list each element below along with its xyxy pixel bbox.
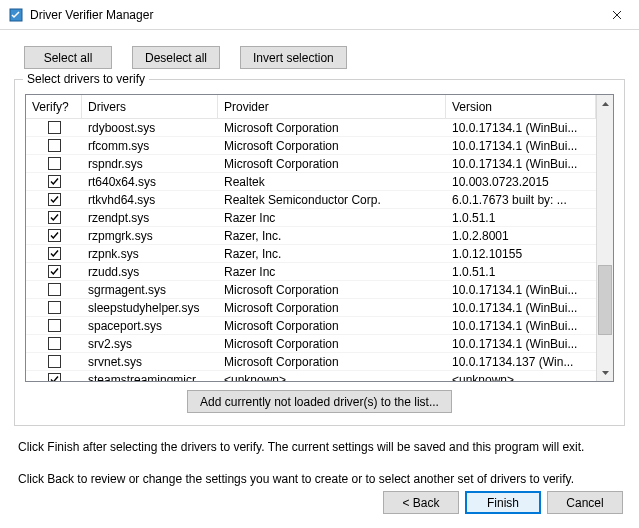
instructions: Click Finish after selecting the drivers… <box>18 438 621 488</box>
verify-checkbox[interactable] <box>48 139 61 152</box>
table-row[interactable]: rt640x64.sysRealtek10.003.0723.2015 <box>26 173 596 191</box>
col-header-provider[interactable]: Provider <box>218 95 446 118</box>
verify-cell <box>26 193 82 206</box>
verify-checkbox[interactable] <box>48 211 61 224</box>
version-cell: 10.0.17134.1 (WinBui... <box>446 319 596 333</box>
finish-button[interactable]: Finish <box>465 491 541 514</box>
verify-checkbox[interactable] <box>48 337 61 350</box>
version-cell: <unknown> <box>446 373 596 382</box>
table-row[interactable]: rzendpt.sysRazer Inc1.0.51.1 <box>26 209 596 227</box>
provider-cell: Microsoft Corporation <box>218 139 446 153</box>
groupbox-label: Select drivers to verify <box>23 72 149 86</box>
vertical-scrollbar[interactable] <box>596 95 613 381</box>
cancel-button[interactable]: Cancel <box>547 491 623 514</box>
scroll-up-icon[interactable] <box>597 95 613 112</box>
verify-cell <box>26 283 82 296</box>
version-cell: 10.0.17134.1 (WinBui... <box>446 121 596 135</box>
table-row[interactable]: rzudd.sysRazer Inc1.0.51.1 <box>26 263 596 281</box>
provider-cell: Razer Inc <box>218 265 446 279</box>
table-row[interactable]: spaceport.sysMicrosoft Corporation10.0.1… <box>26 317 596 335</box>
provider-cell: Microsoft Corporation <box>218 301 446 315</box>
verify-checkbox[interactable] <box>48 283 61 296</box>
verify-cell <box>26 121 82 134</box>
verify-checkbox[interactable] <box>48 247 61 260</box>
table-row[interactable]: rfcomm.sysMicrosoft Corporation10.0.1713… <box>26 137 596 155</box>
verify-cell <box>26 355 82 368</box>
verify-checkbox[interactable] <box>48 175 61 188</box>
provider-cell: Razer, Inc. <box>218 247 446 261</box>
list-header: Verify? Drivers Provider Version <box>26 95 596 119</box>
verify-checkbox[interactable] <box>48 157 61 170</box>
table-row[interactable]: srv2.sysMicrosoft Corporation10.0.17134.… <box>26 335 596 353</box>
verify-checkbox[interactable] <box>48 229 61 242</box>
provider-cell: Microsoft Corporation <box>218 319 446 333</box>
version-cell: 10.0.17134.1 (WinBui... <box>446 157 596 171</box>
verify-cell <box>26 229 82 242</box>
provider-cell: Microsoft Corporation <box>218 355 446 369</box>
version-cell: 1.0.51.1 <box>446 265 596 279</box>
driver-list: Verify? Drivers Provider Version rdyboos… <box>25 94 614 382</box>
add-not-loaded-button[interactable]: Add currently not loaded driver(s) to th… <box>187 390 452 413</box>
col-header-drivers[interactable]: Drivers <box>82 95 218 118</box>
version-cell: 10.0.17134.1 (WinBui... <box>446 337 596 351</box>
driver-cell: rt640x64.sys <box>82 175 218 189</box>
provider-cell: Microsoft Corporation <box>218 337 446 351</box>
table-row[interactable]: sleepstudyhelper.sysMicrosoft Corporatio… <box>26 299 596 317</box>
table-row[interactable]: sgrmagent.sysMicrosoft Corporation10.0.1… <box>26 281 596 299</box>
driver-cell: srv2.sys <box>82 337 218 351</box>
verify-checkbox[interactable] <box>48 319 61 332</box>
driver-cell: srvnet.sys <box>82 355 218 369</box>
table-row[interactable]: rspndr.sysMicrosoft Corporation10.0.1713… <box>26 155 596 173</box>
driver-cell: sgrmagent.sys <box>82 283 218 297</box>
verify-checkbox[interactable] <box>48 265 61 278</box>
driver-cell: rzudd.sys <box>82 265 218 279</box>
provider-cell: Microsoft Corporation <box>218 121 446 135</box>
version-cell: 10.003.0723.2015 <box>446 175 596 189</box>
table-row[interactable]: rdyboost.sysMicrosoft Corporation10.0.17… <box>26 119 596 137</box>
driver-cell: rdyboost.sys <box>82 121 218 135</box>
driver-cell: rspndr.sys <box>82 157 218 171</box>
scroll-down-icon[interactable] <box>597 364 613 381</box>
verify-cell <box>26 175 82 188</box>
verify-cell <box>26 139 82 152</box>
window-title: Driver Verifier Manager <box>30 8 153 22</box>
col-header-verify[interactable]: Verify? <box>26 95 82 118</box>
version-cell: 10.0.17134.1 (WinBui... <box>446 301 596 315</box>
verify-cell <box>26 265 82 278</box>
table-row[interactable]: rzpnk.sysRazer, Inc.1.0.12.10155 <box>26 245 596 263</box>
table-row[interactable]: srvnet.sysMicrosoft Corporation10.0.1713… <box>26 353 596 371</box>
verify-cell <box>26 211 82 224</box>
deselect-all-button[interactable]: Deselect all <box>132 46 220 69</box>
close-button[interactable] <box>594 0 639 30</box>
driver-cell: rzpmgrk.sys <box>82 229 218 243</box>
driver-cell: rzpnk.sys <box>82 247 218 261</box>
instruction-line-1: Click Finish after selecting the drivers… <box>18 438 621 456</box>
app-icon <box>8 7 24 23</box>
version-cell: 10.0.17134.1 (WinBui... <box>446 283 596 297</box>
provider-cell: <unknown> <box>218 373 446 382</box>
driver-cell: spaceport.sys <box>82 319 218 333</box>
table-row[interactable]: rzpmgrk.sysRazer, Inc.1.0.2.8001 <box>26 227 596 245</box>
drivers-groupbox: Select drivers to verify Verify? Drivers… <box>14 79 625 426</box>
table-row[interactable]: rtkvhd64.sysRealtek Semiconductor Corp.6… <box>26 191 596 209</box>
select-all-button[interactable]: Select all <box>24 46 112 69</box>
version-cell: 1.0.2.8001 <box>446 229 596 243</box>
scroll-thumb[interactable] <box>598 265 612 335</box>
verify-cell <box>26 319 82 332</box>
driver-cell: rfcomm.sys <box>82 139 218 153</box>
provider-cell: Razer Inc <box>218 211 446 225</box>
table-row[interactable]: steamstreamingmicr...<unknown><unknown> <box>26 371 596 381</box>
verify-checkbox[interactable] <box>48 355 61 368</box>
invert-selection-button[interactable]: Invert selection <box>240 46 347 69</box>
verify-checkbox[interactable] <box>48 121 61 134</box>
col-header-version[interactable]: Version <box>446 95 596 118</box>
verify-checkbox[interactable] <box>48 373 61 381</box>
verify-checkbox[interactable] <box>48 301 61 314</box>
verify-checkbox[interactable] <box>48 193 61 206</box>
verify-cell <box>26 301 82 314</box>
back-button[interactable]: < Back <box>383 491 459 514</box>
provider-cell: Realtek <box>218 175 446 189</box>
version-cell: 10.0.17134.1 (WinBui... <box>446 139 596 153</box>
verify-cell <box>26 157 82 170</box>
provider-cell: Microsoft Corporation <box>218 283 446 297</box>
